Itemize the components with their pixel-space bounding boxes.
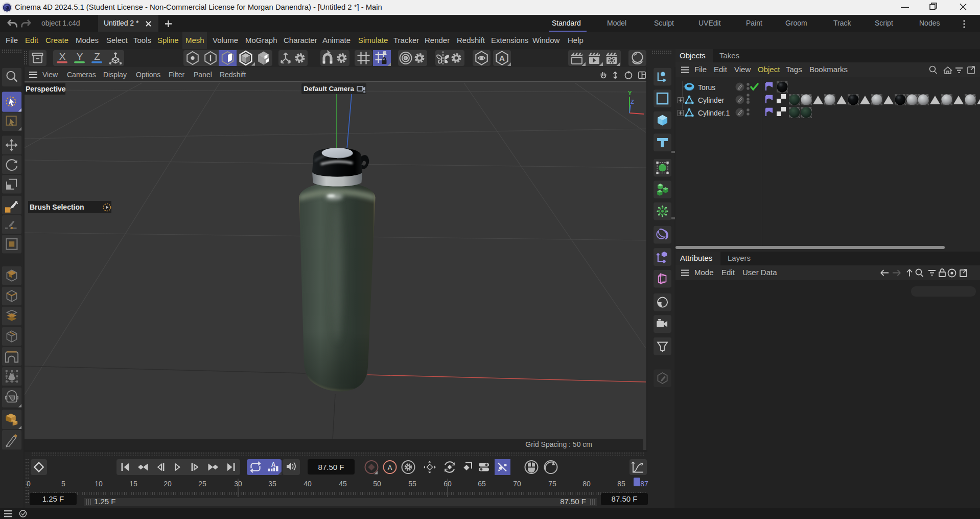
svg-text:1.25 F: 1.25 F: [42, 494, 64, 503]
svg-text:Z: Z: [631, 99, 634, 105]
svg-text:A: A: [388, 464, 392, 471]
svg-text:80: 80: [582, 480, 591, 488]
svg-text:X: X: [59, 51, 66, 62]
svg-text:87.50 F: 87.50 F: [318, 463, 344, 471]
svg-text:Torus: Torus: [698, 83, 715, 92]
svg-text:65: 65: [478, 480, 486, 488]
svg-text:87.50 F: 87.50 F: [612, 494, 638, 503]
svg-text:25: 25: [198, 480, 206, 488]
svg-text:87.50 F: 87.50 F: [560, 497, 586, 506]
svg-text:40: 40: [304, 480, 312, 488]
svg-text:87: 87: [640, 480, 648, 488]
svg-text:20: 20: [164, 480, 172, 488]
svg-text:Cylinder.1: Cylinder.1: [698, 109, 730, 117]
svg-text:50: 50: [373, 480, 381, 488]
svg-text:15: 15: [129, 480, 137, 488]
svg-text:70: 70: [513, 480, 521, 488]
svg-text:55: 55: [408, 480, 416, 488]
svg-text:X: X: [646, 112, 646, 118]
svg-text:85: 85: [617, 480, 625, 488]
svg-text:A: A: [271, 461, 276, 468]
svg-text:Z: Z: [94, 51, 100, 62]
svg-text:Y: Y: [628, 90, 632, 96]
svg-text:45: 45: [339, 480, 347, 488]
svg-text:1.25 F: 1.25 F: [94, 497, 116, 506]
svg-text:A: A: [499, 54, 505, 62]
svg-text:10: 10: [95, 480, 103, 488]
svg-text:Cylinder: Cylinder: [698, 96, 725, 104]
svg-text:35: 35: [268, 480, 276, 488]
svg-text:75: 75: [548, 480, 556, 488]
svg-text:5: 5: [61, 480, 65, 488]
svg-text:Y: Y: [77, 51, 83, 62]
svg-text:0: 0: [27, 480, 31, 488]
